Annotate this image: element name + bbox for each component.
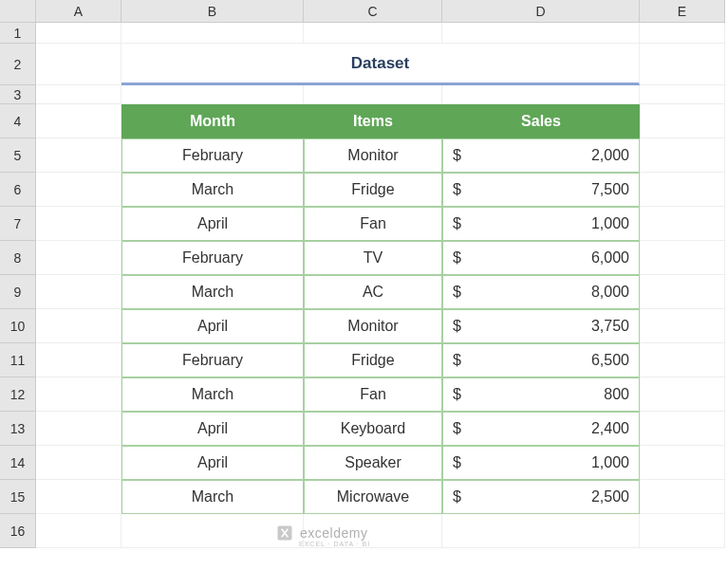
row-header[interactable]: 16 (0, 514, 36, 548)
cell-sales[interactable]: $2,500 (442, 480, 640, 514)
cell[interactable] (640, 309, 725, 343)
row-header[interactable]: 1 (0, 23, 36, 44)
cell[interactable] (304, 85, 442, 104)
cell[interactable] (36, 309, 121, 343)
cell-items[interactable]: TV (304, 241, 442, 275)
row-header[interactable]: 9 (0, 275, 36, 309)
row-header[interactable]: 11 (0, 343, 36, 377)
row-header[interactable]: 5 (0, 138, 36, 173)
row-header[interactable]: 10 (0, 309, 36, 343)
cell-month[interactable]: February (121, 343, 304, 377)
row-header[interactable]: 14 (0, 446, 36, 480)
cell-items[interactable]: Fridge (304, 173, 442, 207)
row-header[interactable]: 7 (0, 207, 36, 241)
cell[interactable] (640, 44, 725, 85)
cell[interactable] (36, 412, 121, 446)
row-header[interactable]: 12 (0, 377, 36, 412)
cell[interactable] (36, 207, 121, 241)
select-all-corner[interactable] (0, 0, 36, 23)
cell-month[interactable]: February (121, 138, 304, 173)
cell-items[interactable]: Monitor (304, 138, 442, 173)
cell-sales[interactable]: $800 (442, 377, 640, 412)
cell[interactable] (36, 480, 121, 514)
cell[interactable] (640, 343, 725, 377)
cell[interactable] (640, 446, 725, 480)
cell[interactable] (36, 241, 121, 275)
column-header[interactable]: E (640, 0, 725, 23)
cell[interactable] (36, 104, 121, 138)
cell[interactable] (36, 377, 121, 412)
cell[interactable] (640, 207, 725, 241)
cell-sales[interactable]: $6,000 (442, 241, 640, 275)
cell-month[interactable]: March (121, 173, 304, 207)
row-header[interactable]: 15 (0, 480, 36, 514)
header-month[interactable]: Month (121, 104, 304, 138)
row-header[interactable]: 2 (0, 44, 36, 85)
row-header[interactable]: 13 (0, 412, 36, 446)
row-header[interactable]: 6 (0, 173, 36, 207)
cell[interactable] (36, 514, 121, 548)
cell[interactable] (442, 85, 640, 104)
cell-month[interactable]: April (121, 412, 304, 446)
cell[interactable] (36, 85, 121, 104)
cell-items[interactable]: Microwave (304, 480, 442, 514)
cell-sales[interactable]: $2,000 (442, 138, 640, 173)
cell-month[interactable]: March (121, 377, 304, 412)
cell[interactable] (304, 23, 442, 44)
row-header[interactable]: 3 (0, 85, 36, 104)
cell-month[interactable]: April (121, 207, 304, 241)
cell[interactable] (36, 44, 121, 85)
cell-items[interactable]: Fan (304, 207, 442, 241)
cell[interactable] (121, 514, 304, 548)
header-items[interactable]: Items (304, 104, 442, 138)
cell[interactable] (121, 23, 304, 44)
cell-sales[interactable]: $3,750 (442, 309, 640, 343)
column-header[interactable]: D (442, 0, 640, 23)
cell-items[interactable]: Fridge (304, 343, 442, 377)
cell[interactable] (640, 514, 725, 548)
header-sales[interactable]: Sales (442, 104, 640, 138)
cell[interactable] (640, 241, 725, 275)
cell[interactable] (36, 275, 121, 309)
cell[interactable] (640, 275, 725, 309)
cell[interactable] (640, 480, 725, 514)
cell-items[interactable]: AC (304, 275, 442, 309)
column-header[interactable]: C (304, 0, 442, 23)
row-header[interactable]: 8 (0, 241, 36, 275)
cell[interactable] (640, 104, 725, 138)
cell-items[interactable]: Fan (304, 377, 442, 412)
cell-sales[interactable]: $1,000 (442, 446, 640, 480)
cell-sales[interactable]: $7,500 (442, 173, 640, 207)
column-header[interactable]: A (36, 0, 121, 23)
cell[interactable] (640, 85, 725, 104)
cell[interactable] (640, 138, 725, 173)
cell[interactable] (36, 446, 121, 480)
cell-month[interactable]: February (121, 241, 304, 275)
cell[interactable] (304, 514, 442, 548)
cell-sales[interactable]: $6,500 (442, 343, 640, 377)
cell-month[interactable]: March (121, 480, 304, 514)
cell-items[interactable]: Speaker (304, 446, 442, 480)
cell-sales[interactable]: $1,000 (442, 207, 640, 241)
cell[interactable] (442, 514, 640, 548)
dataset-title[interactable]: Dataset (121, 44, 640, 85)
cell[interactable] (36, 173, 121, 207)
cell-month[interactable]: April (121, 309, 304, 343)
row-header[interactable]: 4 (0, 104, 36, 138)
cell[interactable] (36, 343, 121, 377)
cell-items[interactable]: Keyboard (304, 412, 442, 446)
cell[interactable] (36, 23, 121, 44)
cell[interactable] (640, 377, 725, 412)
column-header[interactable]: B (121, 0, 304, 23)
cell[interactable] (121, 85, 304, 104)
cell-month[interactable]: April (121, 446, 304, 480)
cell-month[interactable]: March (121, 275, 304, 309)
cell-sales[interactable]: $2,400 (442, 412, 640, 446)
cell[interactable] (36, 138, 121, 173)
cell[interactable] (640, 412, 725, 446)
cell-sales[interactable]: $8,000 (442, 275, 640, 309)
cell[interactable] (640, 173, 725, 207)
cell-items[interactable]: Monitor (304, 309, 442, 343)
cell[interactable] (640, 23, 725, 44)
cell[interactable] (442, 23, 640, 44)
